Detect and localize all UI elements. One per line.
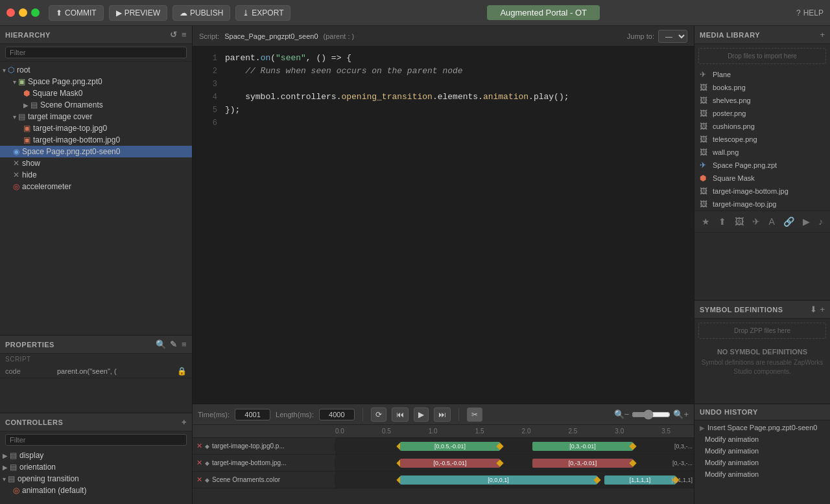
media-item-plane[interactable]: ✈ Plane: [694, 68, 830, 81]
image-r-icon-bottom: ▣: [23, 135, 30, 144]
properties-menu-icon[interactable]: ≡: [182, 339, 187, 349]
tl-bar-top-2[interactable]: [0,3,-0.01]: [532, 442, 633, 451]
undo-item-0[interactable]: ▶ Insert Space Page.png.zpt0-seen0: [694, 422, 830, 433]
line-num-3: 3: [199, 78, 217, 91]
tree-item-square-mask[interactable]: ⬢ Square Mask0: [0, 87, 192, 99]
controllers-filter-input[interactable]: [5, 434, 187, 446]
undo-header: UNDO HISTORY: [694, 404, 830, 420]
tree-item-accel[interactable]: ◎ accelerometer: [0, 181, 192, 192]
time-ms-input[interactable]: [235, 409, 270, 420]
media-item-cushions[interactable]: 🖼 cushions.png: [694, 120, 830, 133]
media-plane-icon[interactable]: ✈: [750, 215, 763, 228]
media-image-icon[interactable]: 🖼: [732, 215, 746, 228]
tree-item-show[interactable]: ✕ show: [0, 157, 192, 169]
media-item-bottom[interactable]: 🖼 target-image-bottom.jpg: [694, 185, 830, 198]
tl-row-x-top[interactable]: ✕: [196, 442, 202, 450]
tl-loop-btn[interactable]: ⟳: [371, 407, 386, 422]
tree-item-target-bottom[interactable]: ▣ target-image-bottom.jpg0: [0, 134, 192, 146]
properties-edit-icon[interactable]: ✎: [170, 339, 178, 349]
image-icon-top: 🖼: [700, 200, 709, 209]
tl-bar-orn-1[interactable]: [0,0,0,1]: [400, 475, 597, 485]
tl-cut-btn[interactable]: ✂: [467, 407, 482, 422]
hierarchy-refresh-icon[interactable]: ↺: [170, 30, 178, 40]
ctrl-item-display[interactable]: ▶ ▤ display: [0, 450, 192, 461]
undo-item-3[interactable]: Modify animation: [694, 457, 830, 468]
tl-track-ornaments[interactable]: [0,0,0,1] [1,1,1,1] [1,1,1,1]: [335, 472, 694, 488]
length-ms-input[interactable]: [319, 409, 355, 420]
sym-add-icon[interactable]: +: [820, 304, 825, 314]
tree-item-target-cover[interactable]: ▾ ▤ target image cover: [0, 111, 192, 122]
tl-row-x-ornaments[interactable]: ✕: [196, 475, 202, 484]
tl-bar-bot-2[interactable]: [0,-3,-0.01]: [532, 459, 633, 468]
tl-rewind-btn[interactable]: ⏮: [392, 407, 409, 422]
tree-label-seen: Space Page.png.zpt0-seen0: [22, 147, 120, 156]
help-button[interactable]: ? HELP: [796, 8, 824, 17]
media-link-icon[interactable]: 🔗: [781, 215, 797, 228]
tl-track-top[interactable]: [0,0.5,-0.01] [0,3,-0.01] [0,3,-...: [335, 438, 694, 454]
media-video-icon[interactable]: ▶: [800, 215, 812, 228]
commit-button[interactable]: ⬆ COMMIT: [49, 5, 104, 21]
properties-title: PROPERTIES: [5, 341, 54, 349]
export-button[interactable]: ⤓ EXPORT: [235, 5, 290, 21]
tree-item-seen[interactable]: ◉ Space Page.png.zpt0-seen0: [0, 146, 192, 157]
media-audio-icon[interactable]: ♪: [816, 215, 825, 228]
ctrl-item-opening[interactable]: ▾ ▤ opening transition: [0, 473, 192, 485]
properties-search-icon[interactable]: 🔍: [156, 339, 167, 349]
media-item-books[interactable]: 🖼 books.png: [694, 81, 830, 94]
tl-track-bottom[interactable]: [0,-0.5,-0.01] [0,-3,-0.01] [0,-3,-...: [335, 455, 694, 471]
publish-button[interactable]: ☁ PUBLISH: [172, 5, 230, 21]
tree-item-hide[interactable]: ✕ hide: [0, 169, 192, 181]
tree-item-target-top[interactable]: ▣ target-image-top.jpg0: [0, 122, 192, 134]
prop-code-value[interactable]: parent.on("seen", (: [57, 367, 177, 375]
sym-empty-area: NO SYMBOL DEFINITIONS Symbol definitions…: [694, 343, 830, 382]
tl-bar-top-1[interactable]: [0,0.5,-0.01]: [400, 442, 501, 451]
media-star-icon[interactable]: ★: [699, 215, 713, 228]
media-item-poster[interactable]: 🖼 poster.png: [694, 107, 830, 120]
media-item-shelves[interactable]: 🖼 shelves.png: [694, 94, 830, 107]
media-item-zpt[interactable]: ✈ Space Page.png.zpt: [694, 159, 830, 172]
maximize-button[interactable]: [31, 8, 40, 17]
line-num-1: 1: [199, 52, 217, 65]
ctrl-item-orientation[interactable]: ▶ ▤ orientation: [0, 461, 192, 473]
tl-end-btn[interactable]: ⏭: [434, 407, 451, 422]
zoom-out-icon[interactable]: 🔍−: [614, 409, 630, 419]
tl-separator-2: [458, 408, 459, 421]
media-item-telescope[interactable]: 🖼 telescope.png: [694, 133, 830, 146]
sym-download-icon[interactable]: ⬇: [810, 304, 817, 314]
undo-item-1[interactable]: Modify animation: [694, 433, 830, 445]
hierarchy-filter-input[interactable]: [5, 47, 187, 58]
jump-to-select[interactable]: —: [658, 30, 687, 43]
minimize-button[interactable]: [19, 8, 27, 17]
tl-row-x-bottom[interactable]: ✕: [196, 459, 202, 467]
ctrl-label-animation: animation (default): [22, 486, 86, 495]
undo-item-4[interactable]: Modify animation: [694, 468, 830, 480]
controllers-add-icon[interactable]: +: [182, 417, 187, 427]
prop-lock-icon[interactable]: 🔒: [177, 367, 187, 376]
media-item-top[interactable]: 🖼 target-image-top.jpg: [694, 198, 830, 211]
tl-bar-bot-1[interactable]: [0,-0.5,-0.01]: [400, 459, 501, 468]
tree-item-space-page[interactable]: ▾ ▣ Space Page.png.zpt0: [0, 76, 192, 87]
media-add-icon[interactable]: +: [820, 30, 825, 40]
preview-button[interactable]: ▶ PREVIEW: [109, 5, 167, 21]
hierarchy-section: HIERARCHY ↺ ≡ ▾ ⬡ root ▾ ▣: [0, 26, 192, 336]
zoom-slider[interactable]: [632, 409, 670, 420]
media-text-icon[interactable]: A: [766, 215, 777, 228]
ctrl-label-orientation: orientation: [19, 463, 56, 472]
close-button[interactable]: [6, 8, 15, 17]
tl-play-btn[interactable]: ▶: [414, 407, 429, 422]
media-drop-zone[interactable]: Drop files to import here: [698, 48, 826, 64]
code-editor[interactable]: 1 parent.on("seen", () => { 2 // Runs wh…: [193, 47, 694, 404]
tree-item-scene-ornaments[interactable]: ▶ ▤ Scene Ornaments: [0, 99, 192, 111]
script-header: Script: Space_Page_pngzpt0_seen0 (parent…: [193, 26, 694, 47]
sym-drop-zone[interactable]: Drop ZPP files here: [698, 323, 826, 339]
tree-item-root[interactable]: ▾ ⬡ root: [0, 64, 192, 76]
zoom-in-icon[interactable]: 🔍+: [673, 409, 689, 419]
hierarchy-menu-icon[interactable]: ≡: [182, 30, 187, 40]
undo-item-2[interactable]: Modify animation: [694, 445, 830, 457]
media-import-icon[interactable]: ⬆: [716, 215, 729, 228]
seen-icon: ◉: [13, 147, 19, 156]
tl-bar-orn-2[interactable]: [1,1,1,1]: [604, 475, 676, 485]
media-item-mask[interactable]: ⬢ Square Mask: [694, 172, 830, 185]
ctrl-item-animation[interactable]: ◎ animation (default): [0, 485, 192, 496]
media-item-wall[interactable]: 🖼 wall.png: [694, 146, 830, 159]
